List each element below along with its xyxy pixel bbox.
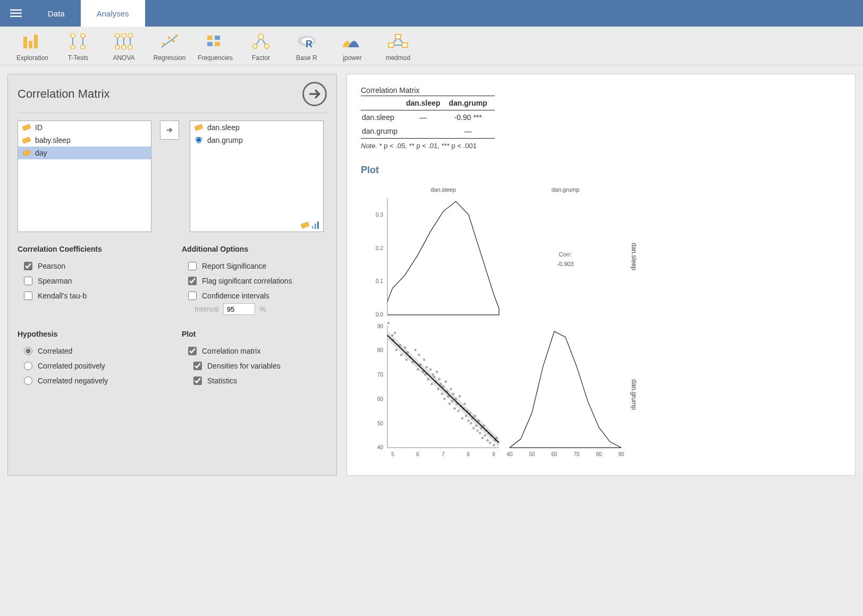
svg-text:R: R: [306, 39, 312, 49]
svg-point-101: [423, 358, 426, 361]
menu-icon[interactable]: [0, 7, 32, 19]
tool-baser[interactable]: R Base R: [284, 31, 329, 62]
svg-point-113: [439, 383, 442, 386]
svg-point-150: [486, 439, 489, 442]
svg-point-107: [432, 373, 435, 376]
chk-report-sig[interactable]: Report Significance: [182, 259, 327, 273]
svg-point-145: [480, 427, 483, 430]
rad-correlated[interactable]: Correlated: [18, 344, 163, 358]
interval-label: Interval: [194, 305, 219, 313]
svg-point-22: [163, 43, 165, 46]
available-variables-box[interactable]: ID baby.sleep day: [18, 121, 151, 232]
svg-text:70: 70: [573, 451, 580, 457]
medmod-icon: [387, 31, 409, 52]
svg-rect-49: [194, 124, 203, 131]
rad-corr-neg[interactable]: Correlated negatively: [18, 373, 163, 388]
svg-point-90: [400, 354, 403, 356]
hypothesis-header: Hypothesis: [18, 330, 163, 338]
chk-pearson[interactable]: Pearson: [18, 259, 163, 273]
svg-point-122: [451, 400, 453, 403]
svg-point-11: [81, 45, 85, 49]
svg-point-103: [426, 366, 428, 369]
var-item-babysleep[interactable]: baby.sleep: [18, 134, 151, 147]
svg-point-33: [253, 44, 257, 48]
correlation-table: dan.sleepdan.grump dan.sleep—-0.90 *** d…: [361, 96, 495, 139]
var-item-dansleep[interactable]: dan.sleep: [190, 121, 323, 134]
chk-plot-densities[interactable]: Densities for variables: [182, 358, 327, 373]
tool-jpower[interactable]: jpower: [329, 31, 375, 62]
svg-point-23: [168, 37, 171, 39]
svg-text:40: 40: [377, 444, 384, 450]
svg-point-123: [452, 393, 455, 396]
run-button[interactable]: [302, 82, 327, 106]
tool-frequencies[interactable]: Frequencies: [192, 31, 238, 62]
svg-point-139: [472, 427, 475, 430]
scale-icon: [194, 123, 203, 132]
svg-point-147: [483, 424, 485, 427]
selected-variables-box[interactable]: dan.sleep dan.grump: [190, 121, 324, 232]
svg-point-93: [407, 351, 409, 354]
svg-rect-53: [301, 222, 309, 228]
tool-factor[interactable]: Factor: [238, 31, 284, 62]
svg-rect-26: [207, 36, 213, 40]
svg-rect-46: [22, 137, 31, 143]
rad-corr-pos[interactable]: Correlated positively: [18, 358, 163, 373]
toolbar: Exploration T-Tests ANOVA Regression Fre…: [0, 27, 863, 65]
svg-point-148: [484, 434, 486, 437]
r-logo-icon: R: [296, 31, 317, 52]
tool-regression[interactable]: Regression: [147, 31, 192, 62]
scale-icon: [22, 123, 31, 132]
svg-point-114: [441, 393, 443, 396]
svg-point-132: [463, 403, 466, 405]
svg-text:7: 7: [442, 451, 445, 457]
anova-icon: [113, 31, 134, 52]
tool-exploration[interactable]: Exploration: [10, 31, 55, 62]
svg-point-52: [197, 139, 201, 143]
svg-point-111: [437, 388, 439, 390]
svg-text:50: 50: [529, 451, 535, 457]
var-item-dangrump[interactable]: dan.grump: [190, 134, 323, 147]
tab-data[interactable]: Data: [32, 0, 81, 27]
interval-input[interactable]: [223, 303, 255, 315]
tool-ttests[interactable]: T-Tests: [55, 31, 101, 62]
svg-point-146: [481, 437, 484, 439]
chk-ci[interactable]: Confidence intervals: [182, 288, 327, 303]
svg-text:80: 80: [596, 451, 602, 457]
svg-rect-27: [215, 36, 220, 40]
svg-point-100: [422, 371, 425, 373]
chk-kendall[interactable]: Kendall's tau-b: [18, 288, 163, 303]
svg-point-102: [424, 373, 427, 376]
svg-point-96: [414, 349, 417, 352]
svg-point-137: [470, 422, 472, 425]
svg-point-117: [444, 381, 447, 383]
svg-point-121: [450, 388, 452, 390]
svg-point-135: [467, 420, 470, 422]
var-item-day[interactable]: day: [18, 147, 151, 159]
svg-rect-4: [29, 41, 32, 48]
freq-icon: [206, 31, 224, 52]
svg-point-8: [71, 45, 75, 49]
plot-opts-header: Plot: [182, 330, 327, 338]
svg-text:dan.grump: dan.grump: [552, 186, 580, 193]
scale-icon: [301, 221, 309, 229]
correlation-plot: dan.sleep dan.grump dan.sleep dan.grump …: [361, 182, 637, 464]
tab-analyses[interactable]: Analyses: [81, 0, 145, 27]
chk-flag[interactable]: Flag significant correlations: [182, 273, 327, 288]
tool-anova[interactable]: ANOVA: [101, 31, 147, 62]
svg-rect-2: [10, 16, 22, 17]
svg-text:dan.sleep: dan.sleep: [430, 186, 456, 193]
svg-text:90: 90: [618, 451, 624, 457]
svg-point-112: [438, 378, 441, 381]
svg-text:70: 70: [377, 372, 384, 378]
svg-point-10: [81, 33, 85, 38]
move-right-button[interactable]: [160, 121, 179, 140]
bars-icon: [22, 31, 43, 52]
svg-point-34: [265, 44, 269, 48]
svg-rect-55: [315, 224, 316, 229]
tool-medmod[interactable]: medmod: [375, 31, 421, 62]
var-item-id[interactable]: ID: [18, 121, 151, 134]
chk-plot-matrix[interactable]: Correlation matrix: [182, 344, 327, 358]
svg-point-120: [449, 403, 451, 405]
chk-spearman[interactable]: Spearman: [18, 273, 163, 288]
chk-plot-stats[interactable]: Statistics: [182, 373, 327, 388]
